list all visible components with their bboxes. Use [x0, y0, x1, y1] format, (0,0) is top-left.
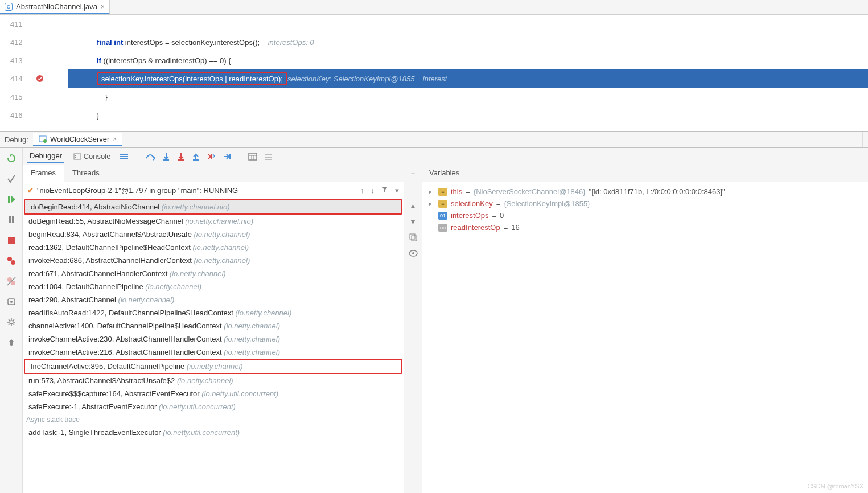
expand-icon[interactable]: ▸ [429, 200, 435, 207]
force-step-into-button[interactable] [177, 153, 185, 161]
thread-selector[interactable]: ✔ "nioEventLoopGroup-2-1"@1,797 in group… [23, 182, 404, 199]
variable-row[interactable]: ooreadInterestOp = 16 [427, 221, 863, 233]
code-line: final int interestOps = selectionKey.int… [68, 33, 868, 51]
modify-run-button[interactable] [6, 173, 17, 184]
code-line-current: selectionKey.interestOps(interestOps | r… [68, 69, 868, 88]
frames-list[interactable]: doBeginRead:414, AbstractNioChannel (io.… [23, 199, 404, 493]
move-up-button[interactable]: ▲ [408, 200, 418, 211]
run-config-icon [39, 135, 47, 143]
svg-rect-27 [249, 153, 257, 160]
debug-config-tab[interactable]: WorldClockServer × [33, 133, 122, 146]
threads-tab[interactable]: Threads [64, 165, 108, 182]
drop-frame-button[interactable] [207, 153, 216, 161]
evaluate-expression-button[interactable] [248, 153, 257, 161]
stack-frame[interactable]: safeExecute$$$capture:164, AbstractEvent… [23, 387, 404, 400]
svg-rect-15 [74, 154, 81, 159]
stack-frame[interactable]: invokeRead:686, AbstractChannelHandlerCo… [23, 254, 404, 267]
svg-rect-3 [8, 196, 10, 203]
line-number: 412 [0, 38, 28, 47]
console-tab[interactable]: Console [71, 150, 113, 163]
new-watch-button[interactable]: ＋ [408, 169, 418, 179]
console-icon [73, 153, 81, 161]
variable-row[interactable]: ▸≡this = {NioServerSocketChannel@1846} "… [427, 186, 863, 198]
variables-list[interactable]: ▸≡this = {NioServerSocketChannel@1846} "… [422, 182, 868, 493]
editor-tab-label: AbstractNioChannel.java [16, 2, 97, 11]
code-area[interactable]: final int interestOps = selectionKey.int… [68, 15, 868, 131]
debugger-tab[interactable]: Debugger [27, 149, 64, 163]
stack-frame[interactable]: read:1004, DefaultChannelPipeline (io.ne… [23, 280, 404, 293]
debug-left-toolbar [0, 148, 23, 493]
stack-frame[interactable]: read:290, AbstractChannel (io.netty.chan… [23, 293, 404, 306]
svg-point-8 [11, 260, 15, 265]
code-editor[interactable]: 411 412 413 414 415 416 final int intere… [0, 15, 868, 131]
debug-main: Debugger Console Fr [23, 148, 868, 493]
close-icon[interactable]: × [101, 3, 105, 11]
show-watches-button[interactable] [408, 248, 418, 258]
java-class-icon: C [5, 3, 13, 11]
variable-row[interactable]: ▸≡selectionKey = {SelectionKeyImpl@1855} [427, 198, 863, 209]
threads-icon[interactable] [120, 153, 129, 161]
highlighted-expression: selectionKey.interestOps(interestOps | r… [97, 72, 287, 85]
stack-frame[interactable]: doBeginRead:55, AbstractNioMessageChanne… [23, 215, 404, 228]
stack-frame[interactable]: readIfIsAutoRead:1422, DefaultChannelPip… [23, 306, 404, 319]
int-icon: 01 [438, 212, 447, 220]
line-number: 416 [0, 111, 28, 120]
line-number: 411 [0, 20, 28, 28]
stack-frame[interactable]: fireChannelActive:895, DefaultChannelPip… [24, 359, 402, 374]
duplicate-watch-button[interactable] [408, 232, 418, 243]
move-down-button[interactable]: ▼ [408, 216, 418, 227]
step-out-button[interactable] [192, 153, 200, 161]
expand-icon[interactable]: ▸ [429, 188, 435, 195]
stack-frame[interactable]: run:573, AbstractChannel$AbstractUnsafe$… [23, 374, 404, 387]
remove-watch-button[interactable]: − [408, 184, 418, 195]
debug-toolbar: Debugger Console [23, 148, 868, 165]
rerun-button[interactable] [6, 153, 17, 164]
variables-panel: Variables ▸≡this = {NioServerSocketChann… [422, 165, 868, 493]
editor-tab[interactable]: C AbstractNioChannel.java × [0, 0, 110, 14]
variable-row[interactable]: 01interestOps = 0 [427, 209, 863, 221]
stack-frame[interactable]: addTask:-1, SingleThreadEventExecutor (i… [23, 426, 404, 439]
pin-button[interactable] [6, 337, 17, 348]
step-over-button[interactable] [145, 153, 155, 161]
thread-label: "nioEventLoopGroup-2-1"@1,797 in group "… [37, 186, 357, 195]
next-frame-button[interactable]: ↓ [371, 186, 375, 195]
code-line [68, 15, 868, 33]
pause-button[interactable] [6, 214, 17, 225]
readonly-icon: oo [438, 224, 447, 232]
debug-header: Debug: WorldClockServer × [0, 131, 868, 148]
stack-frame[interactable]: read:671, AbstractChannelHandlerContext … [23, 267, 404, 280]
frames-panel: Frames Threads ✔ "nioEventLoopGroup-2-1"… [23, 165, 404, 493]
object-icon: ≡ [438, 188, 447, 196]
run-to-cursor-button[interactable] [223, 153, 232, 161]
svg-rect-34 [410, 234, 415, 239]
stack-frame[interactable]: read:1362, DefaultChannelPipeline$HeadCo… [23, 241, 404, 254]
frames-tab[interactable]: Frames [23, 165, 64, 182]
trace-current-stream-chain-button[interactable] [264, 153, 273, 161]
object-icon: ≡ [438, 200, 447, 208]
step-into-button[interactable] [162, 153, 170, 161]
stack-frame[interactable]: doBeginRead:414, AbstractNioChannel (io.… [24, 199, 402, 215]
stack-frame[interactable]: invokeChannelActive:230, AbstractChannel… [23, 332, 404, 346]
filter-button[interactable] [381, 186, 388, 195]
svg-point-13 [10, 301, 13, 303]
svg-point-2 [43, 139, 47, 143]
svg-rect-4 [9, 216, 11, 223]
dropdown-button[interactable]: ▾ [395, 186, 399, 195]
svg-point-7 [7, 257, 12, 261]
stack-frame[interactable]: channelActive:1400, DefaultChannelPipeli… [23, 319, 404, 332]
mute-breakpoints-button[interactable] [6, 276, 17, 287]
stack-frame[interactable]: safeExecute:-1, AbstractEventExecutor (i… [23, 400, 404, 413]
breakpoint-icon[interactable] [28, 74, 68, 83]
stack-frame[interactable]: beginRead:834, AbstractChannel$AbstractU… [23, 228, 404, 241]
vars-toolbar: ＋ − ▲ ▼ [404, 165, 422, 493]
watermark: CSDN @romanYSX [807, 483, 863, 490]
resume-button[interactable] [6, 194, 17, 205]
settings-button[interactable] [6, 317, 17, 328]
view-breakpoints-button[interactable] [6, 255, 17, 266]
svg-point-37 [412, 252, 414, 254]
stop-button[interactable] [6, 235, 17, 246]
get-thread-dump-button[interactable] [6, 296, 17, 307]
close-icon[interactable]: × [113, 135, 116, 142]
stack-frame[interactable]: invokeChannelActive:216, AbstractChannel… [23, 346, 404, 359]
prev-frame-button[interactable]: ↑ [360, 186, 364, 195]
